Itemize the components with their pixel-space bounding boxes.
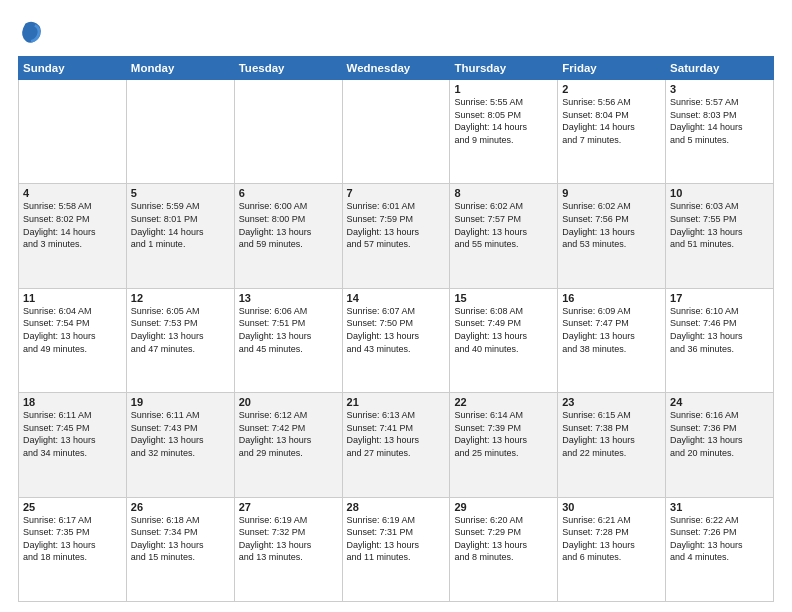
calendar-cell: 22Sunrise: 6:14 AM Sunset: 7:39 PM Dayli… [450,393,558,497]
calendar-header-row: SundayMondayTuesdayWednesdayThursdayFrid… [19,57,774,80]
day-number: 1 [454,83,553,95]
day-info: Sunrise: 6:07 AM Sunset: 7:50 PM Dayligh… [347,305,446,355]
day-info: Sunrise: 6:20 AM Sunset: 7:29 PM Dayligh… [454,514,553,564]
day-info: Sunrise: 6:15 AM Sunset: 7:38 PM Dayligh… [562,409,661,459]
day-number: 21 [347,396,446,408]
day-info: Sunrise: 6:10 AM Sunset: 7:46 PM Dayligh… [670,305,769,355]
day-header-sunday: Sunday [19,57,127,80]
day-info: Sunrise: 6:00 AM Sunset: 8:00 PM Dayligh… [239,200,338,250]
day-header-monday: Monday [126,57,234,80]
calendar-cell: 21Sunrise: 6:13 AM Sunset: 7:41 PM Dayli… [342,393,450,497]
calendar-cell [19,80,127,184]
calendar-cell: 19Sunrise: 6:11 AM Sunset: 7:43 PM Dayli… [126,393,234,497]
day-number: 7 [347,187,446,199]
day-info: Sunrise: 6:13 AM Sunset: 7:41 PM Dayligh… [347,409,446,459]
calendar-week-row: 4Sunrise: 5:58 AM Sunset: 8:02 PM Daylig… [19,184,774,288]
calendar-cell: 11Sunrise: 6:04 AM Sunset: 7:54 PM Dayli… [19,288,127,392]
calendar-cell: 9Sunrise: 6:02 AM Sunset: 7:56 PM Daylig… [558,184,666,288]
day-number: 23 [562,396,661,408]
logo [18,18,50,46]
day-info: Sunrise: 6:19 AM Sunset: 7:32 PM Dayligh… [239,514,338,564]
calendar-cell: 29Sunrise: 6:20 AM Sunset: 7:29 PM Dayli… [450,497,558,601]
calendar-cell: 8Sunrise: 6:02 AM Sunset: 7:57 PM Daylig… [450,184,558,288]
calendar-cell: 26Sunrise: 6:18 AM Sunset: 7:34 PM Dayli… [126,497,234,601]
day-number: 8 [454,187,553,199]
day-info: Sunrise: 5:56 AM Sunset: 8:04 PM Dayligh… [562,96,661,146]
calendar-cell: 12Sunrise: 6:05 AM Sunset: 7:53 PM Dayli… [126,288,234,392]
day-number: 6 [239,187,338,199]
day-number: 16 [562,292,661,304]
day-number: 25 [23,501,122,513]
day-info: Sunrise: 6:16 AM Sunset: 7:36 PM Dayligh… [670,409,769,459]
day-number: 9 [562,187,661,199]
day-info: Sunrise: 6:14 AM Sunset: 7:39 PM Dayligh… [454,409,553,459]
day-number: 5 [131,187,230,199]
day-number: 30 [562,501,661,513]
day-number: 2 [562,83,661,95]
day-info: Sunrise: 6:18 AM Sunset: 7:34 PM Dayligh… [131,514,230,564]
day-number: 11 [23,292,122,304]
day-info: Sunrise: 6:22 AM Sunset: 7:26 PM Dayligh… [670,514,769,564]
day-info: Sunrise: 6:12 AM Sunset: 7:42 PM Dayligh… [239,409,338,459]
calendar-cell: 2Sunrise: 5:56 AM Sunset: 8:04 PM Daylig… [558,80,666,184]
day-number: 24 [670,396,769,408]
day-info: Sunrise: 6:02 AM Sunset: 7:57 PM Dayligh… [454,200,553,250]
logo-icon [18,18,46,46]
calendar-week-row: 11Sunrise: 6:04 AM Sunset: 7:54 PM Dayli… [19,288,774,392]
calendar-cell: 10Sunrise: 6:03 AM Sunset: 7:55 PM Dayli… [666,184,774,288]
day-number: 4 [23,187,122,199]
day-info: Sunrise: 5:58 AM Sunset: 8:02 PM Dayligh… [23,200,122,250]
day-info: Sunrise: 6:11 AM Sunset: 7:43 PM Dayligh… [131,409,230,459]
calendar-cell [234,80,342,184]
calendar-cell [126,80,234,184]
calendar-cell: 27Sunrise: 6:19 AM Sunset: 7:32 PM Dayli… [234,497,342,601]
day-number: 12 [131,292,230,304]
day-header-thursday: Thursday [450,57,558,80]
calendar-week-row: 1Sunrise: 5:55 AM Sunset: 8:05 PM Daylig… [19,80,774,184]
day-header-friday: Friday [558,57,666,80]
calendar-cell: 18Sunrise: 6:11 AM Sunset: 7:45 PM Dayli… [19,393,127,497]
calendar-cell: 7Sunrise: 6:01 AM Sunset: 7:59 PM Daylig… [342,184,450,288]
day-info: Sunrise: 6:17 AM Sunset: 7:35 PM Dayligh… [23,514,122,564]
page: SundayMondayTuesdayWednesdayThursdayFrid… [0,0,792,612]
day-number: 28 [347,501,446,513]
calendar-cell: 5Sunrise: 5:59 AM Sunset: 8:01 PM Daylig… [126,184,234,288]
calendar-cell: 15Sunrise: 6:08 AM Sunset: 7:49 PM Dayli… [450,288,558,392]
calendar-cell: 1Sunrise: 5:55 AM Sunset: 8:05 PM Daylig… [450,80,558,184]
calendar-cell: 28Sunrise: 6:19 AM Sunset: 7:31 PM Dayli… [342,497,450,601]
day-info: Sunrise: 5:55 AM Sunset: 8:05 PM Dayligh… [454,96,553,146]
day-info: Sunrise: 5:57 AM Sunset: 8:03 PM Dayligh… [670,96,769,146]
day-number: 27 [239,501,338,513]
calendar-cell: 25Sunrise: 6:17 AM Sunset: 7:35 PM Dayli… [19,497,127,601]
calendar-week-row: 25Sunrise: 6:17 AM Sunset: 7:35 PM Dayli… [19,497,774,601]
calendar-cell: 30Sunrise: 6:21 AM Sunset: 7:28 PM Dayli… [558,497,666,601]
calendar-cell: 6Sunrise: 6:00 AM Sunset: 8:00 PM Daylig… [234,184,342,288]
calendar-cell: 4Sunrise: 5:58 AM Sunset: 8:02 PM Daylig… [19,184,127,288]
calendar-cell: 20Sunrise: 6:12 AM Sunset: 7:42 PM Dayli… [234,393,342,497]
calendar-cell: 3Sunrise: 5:57 AM Sunset: 8:03 PM Daylig… [666,80,774,184]
calendar-table: SundayMondayTuesdayWednesdayThursdayFrid… [18,56,774,602]
day-number: 13 [239,292,338,304]
day-info: Sunrise: 6:02 AM Sunset: 7:56 PM Dayligh… [562,200,661,250]
calendar-cell: 17Sunrise: 6:10 AM Sunset: 7:46 PM Dayli… [666,288,774,392]
day-number: 29 [454,501,553,513]
day-info: Sunrise: 6:06 AM Sunset: 7:51 PM Dayligh… [239,305,338,355]
day-header-tuesday: Tuesday [234,57,342,80]
calendar-cell: 16Sunrise: 6:09 AM Sunset: 7:47 PM Dayli… [558,288,666,392]
day-info: Sunrise: 6:11 AM Sunset: 7:45 PM Dayligh… [23,409,122,459]
calendar-cell: 13Sunrise: 6:06 AM Sunset: 7:51 PM Dayli… [234,288,342,392]
header [18,18,774,46]
day-number: 14 [347,292,446,304]
day-number: 26 [131,501,230,513]
calendar-cell: 24Sunrise: 6:16 AM Sunset: 7:36 PM Dayli… [666,393,774,497]
day-number: 31 [670,501,769,513]
day-info: Sunrise: 6:05 AM Sunset: 7:53 PM Dayligh… [131,305,230,355]
calendar-cell [342,80,450,184]
calendar-cell: 31Sunrise: 6:22 AM Sunset: 7:26 PM Dayli… [666,497,774,601]
calendar-cell: 14Sunrise: 6:07 AM Sunset: 7:50 PM Dayli… [342,288,450,392]
day-info: Sunrise: 6:04 AM Sunset: 7:54 PM Dayligh… [23,305,122,355]
day-number: 3 [670,83,769,95]
day-number: 15 [454,292,553,304]
day-number: 19 [131,396,230,408]
day-number: 17 [670,292,769,304]
